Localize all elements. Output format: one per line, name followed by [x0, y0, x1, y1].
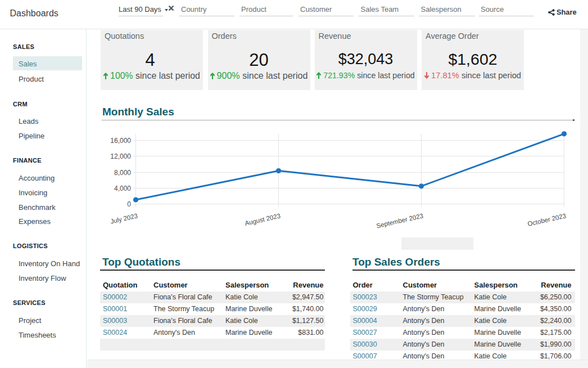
svg-text:8,000: 8,000 [114, 169, 131, 177]
svg-text:0: 0 [127, 200, 131, 208]
svg-text:August 2023: August 2023 [244, 212, 281, 227]
svg-text:12,000: 12,000 [110, 152, 131, 160]
svg-text:September 2023: September 2023 [376, 212, 424, 229]
svg-text:July 2023: July 2023 [110, 212, 138, 225]
svg-text:4,000: 4,000 [114, 185, 131, 192]
svg-text:16,000: 16,000 [110, 137, 131, 145]
svg-text:October 2023: October 2023 [527, 212, 567, 227]
